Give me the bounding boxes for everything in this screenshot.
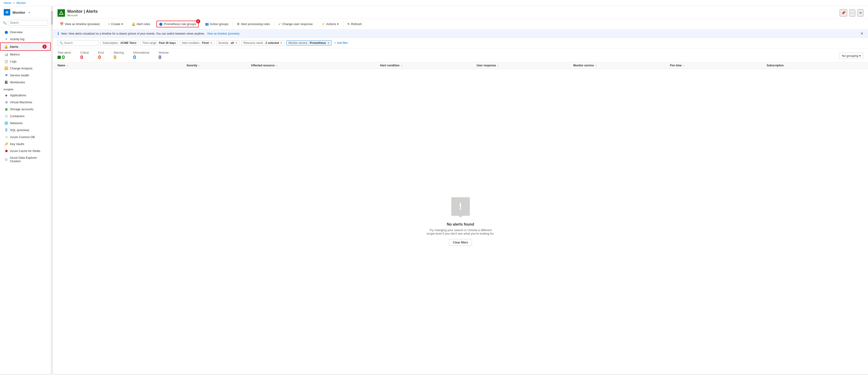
app-title-block: Monitor [12, 10, 25, 14]
pin-button[interactable]: 📌 [840, 9, 847, 17]
vm-icon: 🖥 [4, 100, 8, 104]
change-icon: 🔀 [4, 66, 8, 70]
empty-state: ! No alerts found Try changing your sear… [53, 69, 868, 374]
actions-chevron-icon: ▾ [337, 22, 339, 26]
sidebar-item-data-explorer[interactable]: ⌬ Azure Data Explorer Clusters [0, 154, 51, 164]
toolbar-divider-5 [232, 22, 233, 27]
filter-chip-timerange[interactable]: Time range : Past 30 days [141, 40, 178, 45]
metrics-icon: 📊 [4, 53, 8, 56]
col-header-condition[interactable]: Alert condition ↑↓ [380, 64, 476, 67]
stat-verbose-label: Verbose [158, 51, 169, 54]
refresh-button[interactable]: ↻ Refresh [345, 21, 364, 27]
sidebar-item-activity-log[interactable]: ≡ Activity log [0, 35, 51, 42]
sidebar: M Monitor « 🔍 ⬤ Overview ≡ Activity log … [0, 6, 51, 374]
action-groups-button[interactable]: 👥 Action groups [203, 21, 231, 27]
sidebar-header: M Monitor « [0, 6, 51, 18]
view-timeline-button[interactable]: 📅 View as timeline (preview) [58, 21, 102, 27]
sidebar-item-logs[interactable]: 📋 Logs [0, 58, 51, 65]
chip-val-resource: 2 selected [266, 41, 279, 44]
chip-close-condition[interactable]: ✕ [210, 41, 212, 44]
sidebar-item-virtual-machines[interactable]: 🖥 Virtual Machines [0, 99, 51, 105]
alert-processing-rules-button[interactable]: ⚙ Alert processing rules [235, 21, 272, 27]
sidebar-item-label: Virtual Machines [10, 100, 32, 104]
sidebar-item-label: Applications [10, 94, 26, 97]
filter-chip-condition[interactable]: Alert condition : Fired ✕ [180, 40, 214, 45]
info-banner-close-button[interactable]: ✕ [860, 31, 863, 36]
toolbar-divider-3 [154, 22, 155, 27]
sidebar-item-label: Alerts [10, 45, 18, 49]
filter-search-input[interactable] [64, 41, 96, 44]
close-button[interactable]: ✕ [858, 9, 863, 17]
sidebar-item-metrics[interactable]: 📊 Metrics [0, 51, 51, 58]
stat-error-label: Error [98, 51, 104, 54]
prometheus-btn-wrapper: ⬤ Prometheus rule groups 2 [156, 21, 199, 27]
sidebar-search-input[interactable] [8, 20, 48, 26]
col-header-subscription: Subscription [767, 64, 863, 67]
add-filter-button[interactable]: + Add filter [333, 40, 349, 45]
chip-close-severity[interactable]: ✕ [235, 41, 237, 44]
col-header-resource[interactable]: Affected resource ↑↓ [251, 64, 380, 67]
workbooks-icon: 📓 [4, 80, 8, 84]
breadcrumb-current[interactable]: Monitor [17, 1, 26, 5]
alert-rules-button[interactable]: 🔔 Alert rules [129, 21, 152, 27]
scrollbar-thumb[interactable] [51, 11, 53, 25]
sidebar-item-key-vaults[interactable]: 🔑 Key Vaults [0, 140, 51, 147]
actions-button[interactable]: ⚡ Actions ▾ [319, 21, 341, 27]
page-icon: ! [58, 9, 65, 17]
create-button[interactable]: + Create ▾ [106, 21, 126, 27]
sidebar-search-row: 🔍 [0, 18, 51, 28]
change-user-response-button[interactable]: ✓ Change user response [276, 21, 315, 27]
insights-section-label: Insights [0, 86, 51, 92]
col-header-firetime[interactable]: Fire time ↑↓ [670, 64, 767, 67]
col-header-name[interactable]: Name ↑↓ [58, 64, 187, 67]
check-icon: ✓ [278, 22, 281, 26]
apps-icon: ◆ [4, 93, 8, 97]
filter-chip-subscription[interactable]: Subscription : ACME Telco [100, 40, 138, 45]
info-banner-link[interactable]: View as timeline (preview) [207, 32, 240, 35]
sidebar-item-change-analysis[interactable]: 🔀 Change Analysis [0, 65, 51, 72]
clear-filters-button[interactable]: Clear filters [449, 239, 472, 246]
sidebar-item-label: Service health [10, 73, 29, 77]
sidebar-item-label: Containers [10, 115, 25, 118]
sidebar-scrollbar[interactable] [51, 6, 53, 374]
breadcrumb-home[interactable]: Home [4, 1, 11, 5]
filter-chip-severity[interactable]: Severity : all ✕ [216, 40, 240, 45]
filter-row: 🔍 Subscription : ACME Telco Time range :… [53, 38, 868, 48]
col-header-severity[interactable]: Severity ↑↓ [187, 64, 251, 67]
sidebar-item-service-health[interactable]: ❤ Service health [0, 72, 51, 79]
col-header-monitor[interactable]: Monitor service ↑↓ [573, 64, 670, 67]
ellipsis-button[interactable]: ··· [849, 9, 855, 17]
cosmos-icon: ⬭ [4, 135, 8, 139]
main-content: ! Monitor | Alerts Microsoft 📌 ··· ✕ 📅 V… [53, 6, 868, 374]
col-header-userresp[interactable]: User response ↑↓ [476, 64, 573, 67]
sidebar-item-sql-preview[interactable]: 🗄 SQL (preview) [0, 126, 51, 133]
sidebar-item-containers[interactable]: ⬡ Containers [0, 113, 51, 120]
filter-chip-monitor-service[interactable]: Monitor service : Prometheus ✕ [286, 40, 331, 45]
info-icon: ℹ [58, 31, 59, 36]
sidebar-item-label: Logs [10, 60, 17, 63]
stat-warning: Warning 0 [114, 51, 124, 60]
chip-close-monitor[interactable]: ✕ [328, 41, 330, 44]
sidebar-item-storage-accounts[interactable]: ▦ Storage accounts [0, 105, 51, 113]
grouping-dropdown[interactable]: No grouping ▾ [839, 53, 863, 59]
sidebar-item-label: Overview [10, 30, 23, 34]
sidebar-item-alerts[interactable]: 🔔 Alerts 1 [0, 42, 51, 51]
sidebar-item-label: SQL (preview) [10, 128, 29, 132]
processing-icon: ⚙ [237, 22, 240, 26]
sort-icon-userresp: ↑↓ [497, 64, 499, 67]
chip-close-resource[interactable]: ✕ [280, 41, 282, 44]
prometheus-rule-groups-button[interactable]: ⬤ Prometheus rule groups [156, 21, 199, 27]
sidebar-item-overview[interactable]: ⬤ Overview [0, 29, 51, 35]
filter-chip-resource[interactable]: Resource name : 2 selected ✕ [241, 40, 284, 45]
sidebar-item-applications[interactable]: ◆ Applications [0, 92, 51, 99]
add-filter-icon: + [334, 41, 336, 44]
sidebar-item-networks[interactable]: 🌐 Networks [0, 120, 51, 126]
collapse-button[interactable]: « [28, 9, 31, 15]
health-icon: ❤ [4, 73, 8, 77]
chip-val-subscription: ACME Telco [120, 41, 136, 44]
sidebar-item-cosmos-db[interactable]: ⬭ Azure Cosmos DB [0, 133, 51, 140]
sidebar-item-redis[interactable]: ⬟ Azure Cache for Redis [0, 147, 51, 154]
stat-critical-value: 0 [80, 54, 83, 60]
breadcrumb-bar: Home > Monitor [0, 0, 868, 6]
sidebar-item-workbooks[interactable]: 📓 Workbooks [0, 79, 51, 86]
